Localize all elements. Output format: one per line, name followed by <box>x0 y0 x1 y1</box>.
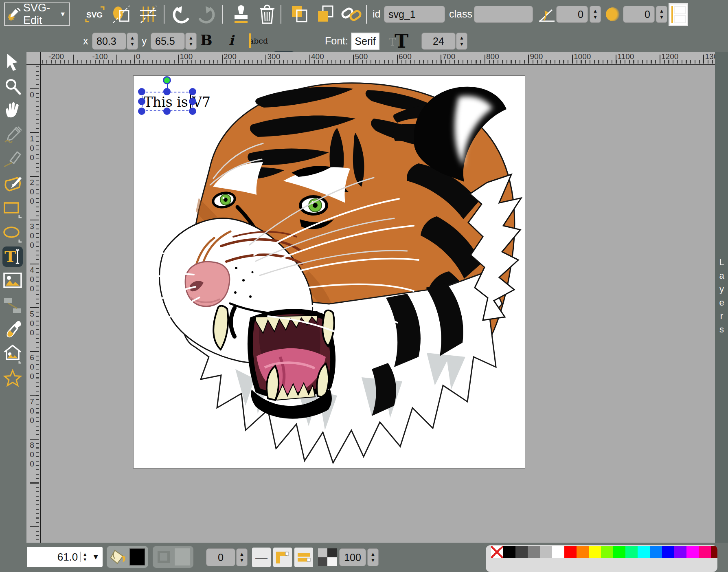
left-ruler: 0100200300400500600700800 <box>26 65 41 543</box>
document-properties-button[interactable] <box>111 4 133 24</box>
selection-handle-ne[interactable] <box>189 88 196 95</box>
ruler-label: 300 <box>268 52 281 61</box>
grid-preferences-icon <box>138 4 159 24</box>
opacity-spinner[interactable]: ▲▼ <box>367 548 379 566</box>
tool-eyedropper[interactable] <box>2 319 23 340</box>
move-top-icon <box>316 4 336 24</box>
layers-panel-tab[interactable]: Layers <box>715 52 728 543</box>
ruler-label: 100 <box>27 134 36 163</box>
blur-input[interactable]: 0 <box>623 6 655 23</box>
text-x-spinner[interactable]: ▲▼ <box>127 33 138 50</box>
drawing-canvas[interactable]: This is V7 <box>133 75 525 469</box>
selection-handle-s[interactable] <box>163 108 171 115</box>
stroke-color-swatch[interactable] <box>175 548 190 565</box>
tool-connector[interactable] <box>2 296 23 316</box>
blur-icon <box>606 7 620 21</box>
palette-swatch[interactable] <box>589 546 601 558</box>
angle-input[interactable]: 0 <box>556 6 588 23</box>
italic-button[interactable]: i <box>229 33 234 48</box>
move-to-top-button[interactable] <box>315 4 336 24</box>
font-size-input[interactable]: 24 <box>421 33 456 50</box>
ruler-label: 1200 <box>661 52 678 61</box>
workspace[interactable]: This is V7 <box>41 65 715 543</box>
bold-button[interactable]: B <box>200 32 213 48</box>
selection-handle-se[interactable] <box>189 108 196 115</box>
palette-swatch[interactable] <box>613 546 625 558</box>
redo-button[interactable] <box>196 4 217 24</box>
trash-icon <box>258 4 276 25</box>
stroke-dash-select[interactable]: — <box>252 548 271 567</box>
rotation-handle[interactable] <box>163 76 171 84</box>
palette-swatch[interactable] <box>625 546 638 558</box>
palette-swatch[interactable] <box>662 546 674 558</box>
palette-swatch[interactable] <box>638 546 650 558</box>
main-menu-button[interactable]: SVG-Edit ▼ <box>4 2 70 26</box>
selected-text-element[interactable]: This is V7 <box>144 94 211 110</box>
palette-swatch[interactable] <box>540 546 552 558</box>
tool-text[interactable]: T <box>2 246 23 267</box>
move-to-bottom-button[interactable] <box>289 4 310 24</box>
app-title: SVG-Edit <box>23 2 57 27</box>
clone-button[interactable] <box>230 3 252 25</box>
linejoin-button[interactable] <box>273 548 292 567</box>
tool-select[interactable] <box>2 52 23 73</box>
tool-zoom[interactable] <box>2 77 23 97</box>
selection-handle-nw[interactable] <box>138 88 145 95</box>
delete-button[interactable] <box>257 3 277 25</box>
tool-path[interactable] <box>2 174 23 194</box>
ruler-label: 0 <box>136 52 140 61</box>
selection-handle-n[interactable] <box>163 88 171 95</box>
palette-swatch[interactable] <box>686 546 699 558</box>
text-x-input[interactable]: 80.3 <box>92 33 126 50</box>
font-family-button[interactable]: Serif <box>351 33 379 50</box>
tool-shape-library[interactable] <box>2 344 23 364</box>
palette-swatch-none[interactable] <box>491 546 503 558</box>
palette-swatch[interactable] <box>503 546 515 558</box>
tool-ellipse[interactable] <box>2 223 23 244</box>
palette-swatch[interactable] <box>515 546 528 558</box>
tool-pencil[interactable] <box>2 125 23 146</box>
tool-line[interactable] <box>2 149 23 169</box>
panel-indicator[interactable] <box>669 3 688 26</box>
stroke-width-spinner[interactable]: ▲▼ <box>236 548 248 566</box>
opacity-input[interactable]: 100 <box>339 548 366 566</box>
zoom-spinner[interactable]: ▲▼ <box>80 552 89 562</box>
palette-swatch[interactable] <box>528 546 540 558</box>
palette-swatch[interactable] <box>552 546 564 558</box>
tool-rectangle[interactable] <box>2 199 23 219</box>
selection-handle-sw[interactable] <box>138 108 145 115</box>
linecap-button[interactable] <box>294 548 313 567</box>
blur-spinner[interactable]: ▲▼ <box>656 6 667 23</box>
source-editor-button[interactable]: SVG <box>84 5 106 24</box>
tool-pan[interactable] <box>2 100 23 121</box>
palette-swatch[interactable] <box>564 546 577 558</box>
tool-image[interactable] <box>2 271 23 291</box>
move-bottom-icon <box>289 4 310 24</box>
undo-button[interactable] <box>171 4 191 24</box>
tool-star[interactable] <box>2 368 23 389</box>
select-arrow-icon <box>4 53 22 72</box>
text-y-spinner[interactable]: ▲▼ <box>185 33 197 50</box>
text-anchor-start-button[interactable]: abcd <box>247 30 270 51</box>
font-size-spinner[interactable]: ▲▼ <box>456 33 467 50</box>
text-y-input[interactable]: 65.5 <box>151 33 185 50</box>
angle-spinner[interactable]: ▲▼ <box>590 6 601 23</box>
stroke-width-input[interactable]: 0 <box>206 548 235 566</box>
tiger-artwork <box>134 76 526 469</box>
fill-color-swatch[interactable] <box>129 548 145 565</box>
palette-swatch[interactable] <box>699 546 711 558</box>
palette-swatch[interactable] <box>674 546 686 558</box>
zoom-dropdown-arrow[interactable]: ▼ <box>89 553 103 561</box>
element-class-input[interactable] <box>474 6 533 23</box>
make-link-button[interactable] <box>340 4 362 24</box>
palette-swatch[interactable] <box>577 546 589 558</box>
palette-swatch[interactable] <box>650 546 662 558</box>
editor-preferences-button[interactable] <box>138 4 159 24</box>
palette-swatch[interactable] <box>601 546 613 558</box>
selection-handle-e[interactable] <box>189 98 196 105</box>
element-id-input[interactable]: svg_1 <box>384 6 445 23</box>
selection-handle-w[interactable] <box>138 98 145 105</box>
zoom-control[interactable]: 61.0 ▲▼ ▼ <box>27 547 103 567</box>
palette-swatch[interactable] <box>711 546 717 558</box>
star-tool-icon <box>3 369 22 388</box>
